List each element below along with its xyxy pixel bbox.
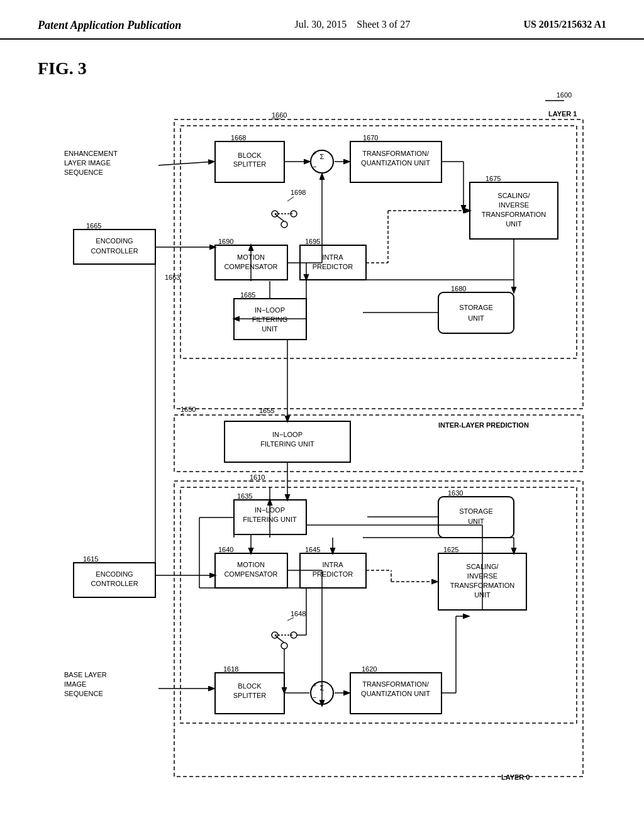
diagram-svg: 1600 LAYER 1 1660 BLOCK SPLITTER 1668 xyxy=(48,85,596,808)
ref-1620: 1620 xyxy=(362,665,377,673)
patent-number: US 2015/215632 A1 xyxy=(523,19,606,30)
layer0-label: LAYER 0 xyxy=(501,773,530,781)
transform-bot-label1: TRANSFORMATION/ xyxy=(362,680,429,688)
patent-publication-label: Patent Application Publication xyxy=(38,19,181,32)
encoding-ctrl-bot-label2: CONTROLLER xyxy=(91,580,138,587)
ref-1668: 1668 xyxy=(231,134,246,141)
plus-top: + xyxy=(313,149,316,157)
publication-date: Jul. 30, 2015 xyxy=(295,19,347,30)
ref-1635: 1635 xyxy=(237,492,252,500)
intra-pred-bot-label1: INTRA xyxy=(323,561,344,568)
block-splitter-bot-label2: SPLITTER xyxy=(233,692,267,699)
enhancement-label2: LAYER IMAGE xyxy=(64,159,111,167)
header: Patent Application Publication Jul. 30, … xyxy=(0,0,644,40)
ref-1618: 1618 xyxy=(223,665,238,673)
in-loop-inter-label2: FILTERING UNIT xyxy=(260,440,314,448)
scaling-top-label1: SCALING/ xyxy=(497,192,530,199)
content-area: FIG. 3 1600 LAYER 1 1660 BLOCK SPLITTER xyxy=(0,40,644,821)
ref-1610: 1610 xyxy=(250,473,265,481)
enhancement-label3: SEQUENCE xyxy=(64,169,103,176)
storage-top-label2: UNIT xyxy=(468,314,484,322)
figure-label: FIG. 3 xyxy=(38,58,606,79)
intra-pred-bot-label2: PREDICTOR xyxy=(313,570,353,578)
ref-1630: 1630 xyxy=(448,489,463,497)
ref-1663: 1663 xyxy=(165,274,180,281)
base-layer-label3: SEQUENCE xyxy=(64,690,103,697)
minus-top: − xyxy=(313,163,316,170)
storage-bot-label2: UNIT xyxy=(468,517,484,525)
ref-1695: 1695 xyxy=(305,238,320,245)
ref-1655: 1655 xyxy=(259,407,274,414)
scaling-top-label2: INVERSE xyxy=(499,201,529,209)
scaling-top-label3: TRANSFORMATION xyxy=(482,211,547,218)
in-loop-top-label3: UNIT xyxy=(262,325,278,333)
in-loop-top-label1: IN−LOOP xyxy=(255,306,285,314)
sigma-top: Σ xyxy=(320,153,325,160)
diagram-container: 1600 LAYER 1 1660 BLOCK SPLITTER 1668 xyxy=(48,85,596,808)
ref-1665: 1665 xyxy=(86,222,101,230)
ref-1645: 1645 xyxy=(305,546,320,553)
ref-1640: 1640 xyxy=(218,546,233,553)
storage-bot-label1: STORAGE xyxy=(459,507,493,515)
ref-1600: 1600 xyxy=(557,91,572,99)
encoding-ctrl-bot-label1: ENCODING xyxy=(96,570,133,578)
in-loop-inter-label1: IN−LOOP xyxy=(272,431,303,438)
transform-top-label1: TRANSFORMATION/ xyxy=(362,150,429,157)
transform-top-label2: QUANTIZATION UNIT xyxy=(361,159,430,167)
storage-top-box xyxy=(438,292,514,333)
header-center: Jul. 30, 2015 Sheet 3 of 27 xyxy=(295,19,411,30)
ref-1690: 1690 xyxy=(218,238,233,245)
block-splitter-top-label1: BLOCK xyxy=(238,152,262,159)
ref-1670: 1670 xyxy=(363,134,378,141)
motion-comp-bot-label1: MOTION xyxy=(237,561,265,568)
transform-bot-label2: QUANTIZATION UNIT xyxy=(361,690,430,697)
block-splitter-bot-label1: BLOCK xyxy=(238,682,262,690)
block-splitter-top-label2: SPLITTER xyxy=(233,160,267,168)
minus-bot: − xyxy=(313,694,316,701)
ref-1625: 1625 xyxy=(443,546,458,553)
base-layer-label2: IMAGE xyxy=(64,680,86,688)
encoding-ctrl-top-label1: ENCODING xyxy=(96,237,133,245)
ref-1675: 1675 xyxy=(486,175,501,182)
plus-bot: + xyxy=(313,681,316,689)
inter-layer-label: INTER-LAYER PREDICTION xyxy=(438,421,529,429)
page: Patent Application Publication Jul. 30, … xyxy=(0,0,644,830)
intra-pred-top-label2: PREDICTOR xyxy=(313,263,353,270)
ref-1698: 1698 xyxy=(291,189,306,196)
in-loop-top-label2: FILTERING xyxy=(252,316,288,323)
motion-comp-bot-label2: COMPENSATOR xyxy=(224,570,277,578)
ref-1685: 1685 xyxy=(240,291,255,299)
intra-pred-top-label1: INTRA xyxy=(323,253,344,261)
scaling-top-label4: UNIT xyxy=(506,220,522,228)
ref-1615: 1615 xyxy=(83,555,98,563)
enhancement-label1: ENHANCEMENT xyxy=(64,150,118,157)
ref-1680: 1680 xyxy=(451,285,466,292)
layer1-label: LAYER 1 xyxy=(548,110,577,118)
sheet-info: Sheet 3 of 27 xyxy=(357,19,410,30)
encoding-ctrl-top-label2: CONTROLLER xyxy=(91,247,138,255)
storage-top-label1: STORAGE xyxy=(459,304,493,311)
ref-1648: 1648 xyxy=(291,610,306,617)
base-layer-label1: BASE LAYER xyxy=(64,671,107,678)
ref-1660: 1660 xyxy=(272,111,287,119)
ref-1650: 1650 xyxy=(180,406,196,413)
